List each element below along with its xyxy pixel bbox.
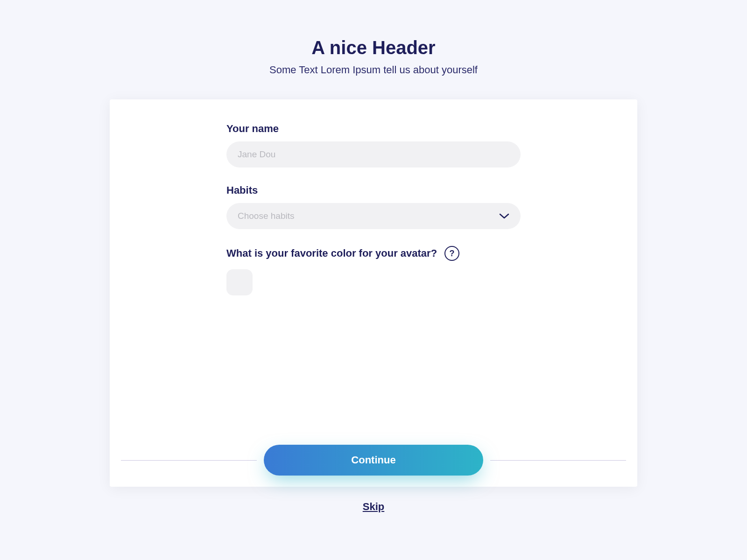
help-icon[interactable]: ?	[444, 246, 459, 261]
name-label: Your name	[226, 123, 521, 135]
form-card: Your name Habits Choose habits What is y…	[110, 99, 637, 487]
button-row: Continue	[110, 445, 637, 476]
color-field-group: What is your favorite color for your ava…	[226, 246, 521, 295]
name-input[interactable]	[226, 141, 521, 168]
color-question-row: What is your favorite color for your ava…	[226, 246, 521, 261]
name-field-group: Your name	[226, 123, 521, 168]
chevron-down-icon	[499, 213, 509, 219]
habits-select[interactable]: Choose habits	[226, 203, 521, 229]
continue-button[interactable]: Continue	[264, 445, 483, 476]
page-title: A nice Header	[269, 37, 478, 58]
habits-field-group: Habits Choose habits	[226, 184, 521, 229]
page-subtitle: Some Text Lorem Ipsum tell us about your…	[269, 64, 478, 76]
header-section: A nice Header Some Text Lorem Ipsum tell…	[269, 37, 478, 76]
skip-link[interactable]: Skip	[363, 501, 384, 513]
habits-placeholder: Choose habits	[238, 211, 294, 221]
habits-select-wrapper: Choose habits	[226, 203, 521, 229]
habits-label: Habits	[226, 184, 521, 196]
color-swatch[interactable]	[226, 269, 253, 295]
color-question-label: What is your favorite color for your ava…	[226, 247, 437, 259]
